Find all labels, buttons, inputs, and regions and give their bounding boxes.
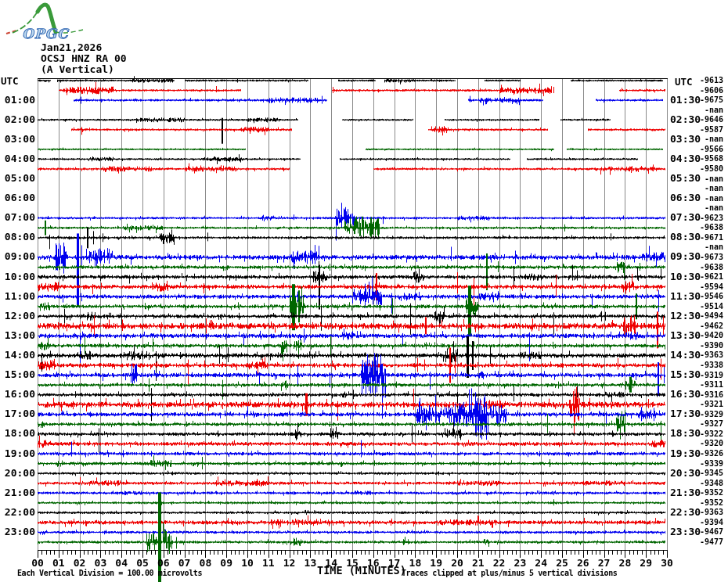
minute-label: 25 — [553, 558, 571, 569]
left-time-label: 15:00 — [0, 369, 35, 380]
left-time-label: 12:00 — [0, 311, 35, 322]
minute-label: 06 — [155, 558, 172, 569]
trace-end-value: -nan — [697, 174, 723, 183]
trace-end-value: -9352 — [697, 498, 723, 507]
minute-label: 28 — [616, 558, 633, 569]
trace-end-value: -9467 — [697, 527, 723, 536]
helicorder-page: OPGC Jan21,2026 OCSJ HNZ RA 00 (A Vertic… — [0, 0, 728, 582]
trace-end-value: -nan — [697, 184, 723, 192]
left-time-label: 14:00 — [0, 350, 35, 361]
trace-end-value: -9316 — [697, 390, 723, 399]
trace-end-value: -9394 — [697, 518, 723, 526]
utc-label-right: UTC — [675, 76, 693, 88]
minute-label: 21 — [470, 558, 487, 569]
trace-end-value: -nan — [697, 194, 723, 203]
left-time-label: 02:00 — [0, 114, 35, 125]
trace-end-value: -9348 — [697, 479, 723, 487]
trace-end-value: -9420 — [697, 331, 723, 340]
minute-label: 27 — [596, 558, 613, 569]
header-component: (A Vertical) — [41, 63, 114, 75]
minute-label: 08 — [196, 558, 214, 569]
minute-label: 10 — [239, 558, 256, 569]
minute-label: 09 — [218, 558, 235, 569]
trace-end-value: -9613 — [697, 76, 723, 84]
trace-end-value: -9329 — [697, 410, 723, 419]
trace-end-value: -nan — [697, 106, 723, 114]
trace-end-value: -9390 — [697, 341, 723, 350]
trace-end-value: -9514 — [697, 302, 723, 311]
trace-end-value: -9363 — [697, 508, 723, 516]
minute-label: 22 — [491, 558, 508, 569]
minute-label: 02 — [71, 558, 88, 569]
opgc-logo: OPGC — [5, 2, 99, 41]
left-time-label: 06:00 — [0, 192, 35, 203]
left-time-label: 13:00 — [0, 330, 35, 341]
trace-end-value: -9339 — [697, 459, 723, 468]
minute-label: 12 — [281, 558, 298, 569]
left-time-label: 23:00 — [0, 526, 35, 537]
trace-end-value: -9568 — [697, 154, 723, 163]
scale-note: Each Vertical Division = 100.00 microvol… — [17, 569, 202, 577]
trace-end-value: -9322 — [697, 429, 723, 438]
utc-label-left: UTC — [1, 75, 19, 87]
left-time-label: 05:00 — [0, 173, 35, 184]
time-axis-label: TIME (MINUTES) — [317, 564, 406, 577]
left-time-label: 18:00 — [0, 428, 35, 439]
minute-label: 26 — [575, 558, 592, 569]
trace-end-value: -9675 — [697, 95, 723, 104]
trace-end-value: -9477 — [697, 537, 723, 546]
trace-end-value: -9352 — [697, 488, 723, 497]
trace-end-value: -9638 — [697, 223, 723, 232]
trace-end-value: -9311 — [697, 380, 723, 389]
left-time-label: 17:00 — [0, 408, 35, 419]
trace-end-value: -9327 — [697, 419, 723, 428]
trace-end-value: -9321 — [697, 400, 723, 408]
minute-label: 11 — [260, 558, 277, 569]
left-time-label: 16:00 — [0, 389, 35, 400]
clip-note: Traces clipped at plus/minus 5 vertical … — [402, 569, 617, 577]
trace-end-value: -nan — [697, 242, 723, 251]
trace-end-value: -9623 — [697, 214, 723, 222]
logo-text: OPGC — [22, 26, 70, 41]
trace-end-value: -9594 — [697, 282, 723, 291]
minute-label: 03 — [92, 558, 109, 569]
minute-label: 30 — [658, 558, 676, 569]
left-time-label: 08:00 — [0, 232, 35, 242]
trace-end-value: -9462 — [697, 322, 723, 330]
trace-end-value: -9320 — [697, 439, 723, 447]
trace-end-value: -9546 — [697, 292, 723, 300]
left-time-label: 20:00 — [0, 468, 35, 479]
trace-end-value: -9319 — [697, 371, 723, 379]
left-time-label: 11:00 — [0, 291, 35, 302]
minute-label: 23 — [511, 558, 528, 569]
header-station: OCSJ HNZ RA 00 — [41, 52, 127, 64]
trace-end-value: -nan — [697, 135, 723, 143]
trace-end-value: -9638 — [697, 263, 723, 271]
minute-label: 00 — [29, 558, 46, 569]
minute-label: 18 — [406, 558, 423, 569]
trace-end-value: -nan — [697, 203, 723, 212]
minute-label: 05 — [134, 558, 151, 569]
trace-end-value: -9566 — [697, 145, 723, 153]
trace-end-value: -9494 — [697, 311, 723, 320]
left-time-label: 22:00 — [0, 507, 35, 518]
trace-end-value: -9673 — [697, 253, 723, 261]
left-time-label: 01:00 — [0, 95, 35, 106]
left-time-label: 21:00 — [0, 487, 35, 498]
minute-label: 01 — [50, 558, 67, 569]
trace-end-value: -9621 — [697, 272, 723, 281]
minute-label: 29 — [637, 558, 654, 569]
minute-label: 19 — [427, 558, 445, 569]
minute-label: 04 — [113, 558, 130, 569]
left-time-label: 07:00 — [0, 212, 35, 223]
left-time-label: 19:00 — [0, 448, 35, 459]
trace-end-value: -9580 — [697, 164, 723, 173]
trace-end-value: -9338 — [697, 361, 723, 369]
minute-label: 20 — [449, 558, 466, 569]
left-time-label: 09:00 — [0, 251, 35, 262]
trace-end-value: -9326 — [697, 449, 723, 458]
trace-end-value: -9646 — [697, 115, 723, 124]
left-time-label: 10:00 — [0, 271, 35, 282]
left-time-label: 04:00 — [0, 153, 35, 164]
trace-end-value: -9345 — [697, 469, 723, 477]
